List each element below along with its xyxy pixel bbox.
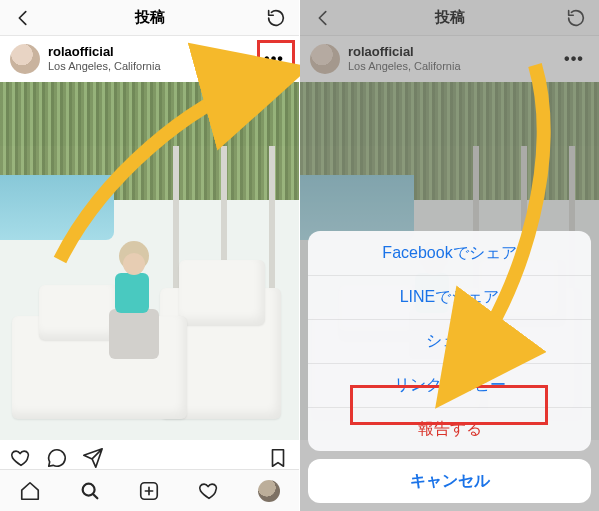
search-icon[interactable]	[79, 480, 101, 502]
right-screen: 投稿 rolaofficial Los Angeles, California …	[300, 0, 599, 511]
refresh-icon	[265, 7, 287, 29]
location: Los Angeles, California	[48, 60, 161, 73]
chevron-left-icon	[12, 7, 34, 29]
refresh-button[interactable]	[261, 0, 291, 35]
avatar	[10, 44, 40, 74]
username: rolaofficial	[48, 45, 161, 60]
sheet-item-copy-link[interactable]: リンクをコピー	[308, 363, 591, 407]
author-text: rolaofficial Los Angeles, California	[48, 45, 161, 73]
ellipsis-icon: •••	[264, 50, 284, 68]
header-title: 投稿	[135, 8, 165, 27]
sheet-item-report[interactable]: 報告する	[308, 407, 591, 451]
left-screen: 投稿 rolaofficial Los Angeles, California …	[0, 0, 299, 511]
home-icon[interactable]	[19, 480, 41, 502]
action-sheet-options: Facebookでシェア LINEでシェア シェア リンクをコピー 報告する	[308, 231, 591, 451]
more-options-button[interactable]: •••	[259, 44, 289, 74]
like-icon[interactable]	[10, 447, 32, 469]
comment-icon[interactable]	[46, 447, 68, 469]
sheet-item-line[interactable]: LINEでシェア	[308, 275, 591, 319]
post-photo[interactable]	[0, 82, 299, 440]
sheet-cancel-button[interactable]: キャンセル	[308, 459, 591, 503]
activity-icon[interactable]	[198, 480, 220, 502]
bottom-tab-bar	[0, 469, 299, 511]
sheet-item-facebook[interactable]: Facebookでシェア	[308, 231, 591, 275]
profile-tab-avatar[interactable]	[258, 480, 280, 502]
add-post-icon[interactable]	[138, 480, 160, 502]
share-icon[interactable]	[82, 447, 104, 469]
post-author-row[interactable]: rolaofficial Los Angeles, California •••	[0, 36, 299, 82]
action-sheet: Facebookでシェア LINEでシェア シェア リンクをコピー 報告する キ…	[308, 231, 591, 503]
bookmark-icon[interactable]	[267, 447, 289, 469]
header: 投稿	[0, 0, 299, 36]
back-button[interactable]	[8, 0, 38, 35]
sheet-item-share[interactable]: シェア	[308, 319, 591, 363]
